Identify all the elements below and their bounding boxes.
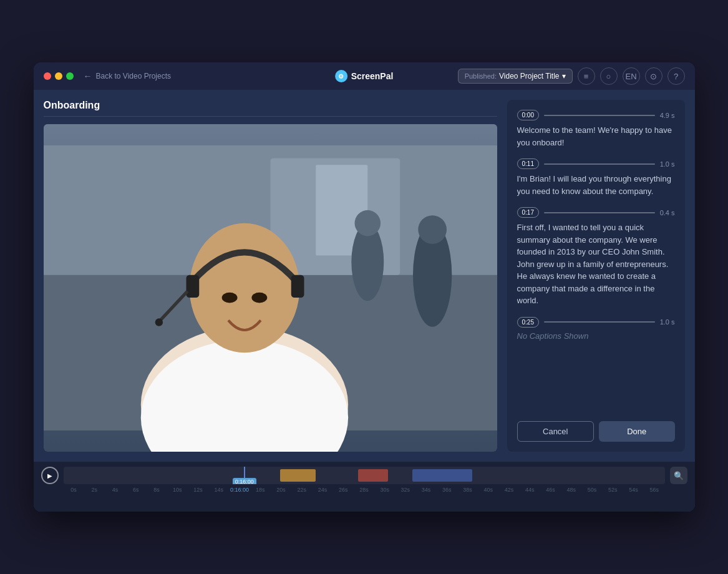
time-marker-12s: 12s [188, 487, 208, 493]
done-button[interactable]: Done [599, 421, 675, 442]
list-icon: ≡ [584, 72, 589, 81]
timecode-line-2 [544, 163, 655, 165]
time-marker-52s: 52s [603, 487, 623, 493]
time-marker-40s: 40s [478, 487, 498, 493]
caption-timecode-row-1: 0:00 4.9 s [517, 110, 675, 120]
timecode-badge-1: 0:00 [517, 110, 539, 120]
back-button[interactable]: ← Back to Video Projects [84, 71, 172, 81]
time-marker-38s: 38s [457, 487, 478, 493]
timecode-badge-2: 0:11 [517, 158, 539, 169]
list-icon-button[interactable]: ≡ [578, 67, 595, 85]
svg-point-7 [418, 215, 447, 244]
caption-text-2: I'm Brian! I will lead you through every… [517, 173, 675, 197]
close-button[interactable] [44, 72, 51, 80]
caption-item-1: 0:00 4.9 s Welcome to the team! We're ha… [517, 110, 675, 148]
publish-dropdown[interactable]: Published: Video Project Title ▾ [458, 69, 573, 84]
time-marker-8s: 8s [146, 487, 167, 493]
svg-point-14 [221, 293, 237, 303]
svg-point-15 [251, 293, 267, 303]
caption-timecode-row-3: 0:17 0.4 s [517, 207, 675, 218]
video-content-svg [44, 124, 497, 452]
time-marker-28s: 28s [354, 487, 374, 493]
timeline-track[interactable]: 0:16:00 [64, 467, 665, 484]
captions-icon-button[interactable]: ⊙ [645, 67, 662, 85]
time-marker-2s: 2s [84, 487, 105, 493]
traffic-lights [44, 72, 74, 80]
video-frame [44, 124, 497, 452]
time-marker-30s: 30s [374, 487, 395, 493]
timecode-line-3 [544, 212, 655, 213]
captions-icon: ⊙ [650, 72, 657, 81]
timeline-segment-3 [412, 469, 472, 482]
svg-point-5 [354, 210, 381, 236]
logo-icon: ⚙ [335, 70, 347, 82]
time-marker-6s: 6s [125, 487, 146, 493]
no-captions-label: No Captions Shown [517, 331, 675, 341]
back-arrow-icon: ← [84, 71, 92, 81]
time-marker-20s: 20s [271, 487, 291, 493]
svg-rect-11 [186, 275, 199, 298]
video-panel: Onboarding [34, 90, 507, 462]
help-icon-button[interactable]: ? [667, 67, 685, 85]
time-marker-24s: 24s [312, 487, 332, 493]
timeline-segment-2 [358, 469, 388, 482]
time-marker-14s: 14s [208, 487, 229, 493]
time-marker-16s: 0:16:00 [229, 487, 250, 493]
time-marker-26s: 26s [333, 487, 354, 493]
captions-actions: Cancel Done [517, 421, 675, 442]
user-icon: ○ [606, 72, 611, 81]
maximize-button[interactable] [66, 72, 74, 80]
language-button[interactable]: EN [623, 67, 640, 85]
time-marker-34s: 34s [415, 487, 436, 493]
timeline-controls: ▶ 0:16:00 🔍 [41, 467, 687, 484]
captions-scroll[interactable]: 0:00 4.9 s Welcome to the team! We're ha… [517, 110, 675, 414]
timeline-area: ▶ 0:16:00 🔍 0s 2s 4s 6s 8s 1 [34, 462, 695, 512]
caption-timecode-row-4: 0:25 1.0 s [517, 317, 675, 328]
current-time-badge: 0:16:00 [233, 478, 256, 484]
search-button[interactable]: 🔍 [670, 467, 687, 484]
caption-item-2: 0:11 1.0 s I'm Brian! I will lead you th… [517, 158, 675, 197]
play-button[interactable]: ▶ [41, 467, 59, 484]
duration-label-3: 0.4 s [660, 209, 675, 216]
time-marker-36s: 36s [437, 487, 457, 493]
user-icon-button[interactable]: ○ [600, 67, 618, 85]
duration-label-1: 4.9 s [660, 112, 675, 119]
time-marker-10s: 10s [167, 487, 188, 493]
time-marker-22s: 22s [291, 487, 312, 493]
minimize-button[interactable] [55, 72, 62, 80]
time-marker-54s: 54s [623, 487, 644, 493]
time-marker-0s: 0s [64, 487, 84, 493]
chevron-down-icon: ▾ [562, 72, 566, 80]
app-window: ← Back to Video Projects ⚙ ScreenPal Pub… [34, 62, 695, 512]
timecode-badge-4: 0:25 [517, 317, 539, 328]
caption-item-4: 0:25 1.0 s No Captions Shown [517, 317, 675, 341]
svg-rect-12 [291, 275, 304, 298]
time-marker-18s: 18s [250, 487, 271, 493]
language-label: EN [625, 72, 636, 81]
play-icon: ▶ [47, 472, 52, 479]
timecode-badge-3: 0:17 [517, 207, 539, 218]
time-marker-46s: 46s [540, 487, 561, 493]
publish-value: Video Project Title [499, 72, 560, 80]
project-title: Onboarding [44, 100, 497, 117]
main-area: Onboarding [34, 90, 695, 512]
time-marker-56s: 56s [644, 487, 664, 493]
time-marker-50s: 50s [581, 487, 602, 493]
time-markers: 0s 2s 4s 6s 8s 10s 12s 14s 0:16:00 18s 2… [41, 487, 687, 493]
back-label: Back to Video Projects [96, 72, 172, 80]
time-marker-42s: 42s [498, 487, 519, 493]
cancel-button[interactable]: Cancel [517, 421, 595, 442]
svg-point-13 [155, 318, 162, 326]
title-bar-right: Published: Video Project Title ▾ ≡ ○ EN … [458, 67, 685, 85]
duration-label-4: 1.0 s [660, 318, 675, 326]
search-icon: 🔍 [674, 471, 684, 480]
title-bar: ← Back to Video Projects ⚙ ScreenPal Pub… [34, 62, 695, 90]
timecode-line-4 [544, 321, 655, 323]
time-marker-32s: 32s [395, 487, 415, 493]
help-icon: ? [674, 72, 678, 81]
content-row: Onboarding [34, 90, 695, 462]
caption-text-1: Welcome to the team! We're happy to have… [517, 124, 675, 148]
svg-point-10 [189, 223, 299, 353]
caption-timecode-row-2: 0:11 1.0 s [517, 158, 675, 169]
logo-name: ScreenPal [351, 71, 394, 81]
